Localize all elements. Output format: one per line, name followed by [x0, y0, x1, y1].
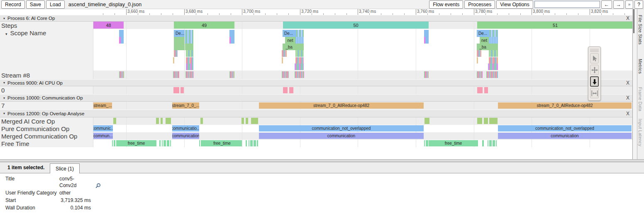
- timeline-block[interactable]: communication: [172, 133, 199, 139]
- timeline-block[interactable]: [486, 71, 498, 78]
- timeline-block[interactable]: [282, 57, 283, 63]
- timeline-block[interactable]: [424, 30, 429, 37]
- pan-tool-button[interactable]: [590, 65, 599, 75]
- timing-tool-button[interactable]: [590, 88, 599, 98]
- timeline-block[interactable]: [186, 57, 193, 63]
- timeline-block[interactable]: [246, 140, 247, 146]
- timeline-block[interactable]: [113, 118, 116, 124]
- timeline-block[interactable]: [489, 118, 498, 124]
- tab-slice[interactable]: Slice (1): [50, 163, 80, 173]
- timeline-block[interactable]: [200, 118, 203, 124]
- find-previous-button[interactable]: ←: [601, 0, 612, 9]
- track-content-pure-communication[interactable]: communic...communicatio...communication_…: [93, 125, 632, 132]
- collapse-arrow-icon[interactable]: ▾: [3, 81, 5, 85]
- timeline-block[interactable]: free_time: [202, 140, 242, 146]
- timeline-block[interactable]: [295, 57, 304, 63]
- timeline-block[interactable]: [173, 57, 174, 63]
- view-options-button[interactable]: View Options: [496, 0, 533, 9]
- timeline-block[interactable]: [488, 140, 497, 146]
- collapse-arrow-icon[interactable]: ▾: [3, 17, 5, 20]
- tab-metrics[interactable]: Metrics: [638, 59, 643, 74]
- timeline-block[interactable]: [185, 71, 194, 78]
- timeline-block[interactable]: [199, 140, 202, 146]
- palette-grip-icon[interactable]: [590, 48, 599, 52]
- flow-events-button[interactable]: Flow events: [429, 0, 463, 9]
- track-content-steps[interactable]: 48495051: [93, 22, 632, 29]
- more-options-button[interactable]: »: [625, 0, 634, 9]
- vertical-scrollbar[interactable]: [632, 9, 637, 159]
- timeline-block[interactable]: [477, 118, 482, 124]
- collapse-arrow-icon[interactable]: ▾: [3, 96, 5, 100]
- timeline-block[interactable]: free_time: [116, 140, 156, 146]
- track-label-free-time[interactable]: Free Time: [0, 140, 93, 147]
- timeline-block[interactable]: [295, 50, 304, 57]
- timeline-block[interactable]: De...: [174, 30, 185, 37]
- track-content-free-time[interactable]: free_timefree_timefree_time: [93, 140, 632, 147]
- timeline-block[interactable]: [482, 140, 484, 146]
- timeline-block[interactable]: [119, 37, 121, 44]
- track-label-merged-communication[interactable]: Merged Communication Op: [0, 132, 93, 140]
- timeline-block[interactable]: [174, 37, 185, 44]
- timeline-block[interactable]: [112, 140, 115, 146]
- track-label-pure-communication[interactable]: Pure Communication Op: [0, 125, 93, 132]
- track-content-aicpu-0[interactable]: [93, 86, 632, 94]
- timeline-block[interactable]: stream_...: [93, 102, 112, 109]
- timeline-block[interactable]: [229, 71, 234, 78]
- timeline-block[interactable]: communication_not_overlapped: [259, 125, 424, 131]
- help-button[interactable]: ?: [634, 0, 643, 9]
- timeline-block[interactable]: [484, 118, 488, 124]
- timeline-block[interactable]: [488, 63, 498, 70]
- scrollbar-thumb[interactable]: [633, 9, 634, 33]
- tab-input-latency[interactable]: Input Latency: [638, 119, 643, 146]
- track-label-merged-ai-core[interactable]: Merged AI Core Op: [0, 117, 93, 125]
- track-content-scope-name[interactable]: De...De...net_baDe...net_ba: [93, 29, 632, 71]
- tab-frame-data[interactable]: Frame Data: [638, 87, 643, 111]
- timeline-block[interactable]: [489, 37, 498, 44]
- timeline-block[interactable]: [484, 87, 488, 93]
- timeline-block[interactable]: stream_7_0_AllReduce-op482: [259, 102, 424, 109]
- track-label-aicpu-0[interactable]: 0: [0, 86, 93, 94]
- close-icon[interactable]: X: [626, 111, 629, 117]
- timeline-block[interactable]: 49: [174, 22, 234, 29]
- timeline-block[interactable]: [283, 87, 288, 93]
- track-label-scope-name[interactable]: ▾Scope Name: [0, 29, 93, 71]
- timeline-block[interactable]: _ba: [283, 44, 295, 50]
- find-next-button[interactable]: →: [613, 0, 624, 9]
- close-icon[interactable]: X: [626, 15, 629, 21]
- process-6-header[interactable]: ▾ Process 6: AI Core Op X: [0, 15, 632, 22]
- timeline-block[interactable]: 48: [93, 22, 124, 29]
- timeline-block[interactable]: free_time: [429, 140, 478, 146]
- timeline-block[interactable]: [282, 71, 289, 78]
- timeline-block[interactable]: [425, 37, 429, 44]
- timeline-block[interactable]: [119, 71, 124, 78]
- timeline-block[interactable]: [295, 37, 304, 44]
- search-input[interactable]: [534, 1, 600, 8]
- timeline-block[interactable]: De...: [283, 30, 295, 37]
- timeline-block[interactable]: [121, 37, 124, 44]
- track-content-comm-7[interactable]: stream_...stream_7_0_...stream_7_0_AllRe…: [93, 102, 632, 109]
- timeline-block[interactable]: [159, 140, 161, 146]
- select-tool-button[interactable]: [590, 53, 599, 63]
- timeline-block[interactable]: commun...: [93, 133, 113, 139]
- timeline-block[interactable]: [161, 118, 163, 124]
- timeline-block[interactable]: [282, 50, 287, 57]
- timeline-block[interactable]: communication_not_overlapped: [498, 125, 632, 131]
- timeline-block[interactable]: [477, 71, 483, 78]
- timeline-block[interactable]: [489, 44, 498, 50]
- close-icon[interactable]: X: [626, 80, 629, 86]
- timeline-block[interactable]: net: [480, 37, 489, 44]
- timeline-block[interactable]: [186, 50, 193, 57]
- timeline-block[interactable]: [477, 50, 481, 57]
- search-icon[interactable]: [95, 183, 101, 189]
- timeline-block[interactable]: [251, 118, 258, 124]
- timeline-block[interactable]: [424, 140, 428, 146]
- timeline-block[interactable]: [166, 118, 171, 124]
- zoom-tool-button[interactable]: [590, 76, 599, 87]
- tab-file-size-stats[interactable]: File Size Stats: [638, 15, 643, 45]
- track-label-comm-7[interactable]: 7: [0, 102, 93, 109]
- timeline-block[interactable]: [173, 71, 179, 78]
- timeline-block[interactable]: stream_7_0_AllReduce-op482: [498, 102, 632, 109]
- track-content-stream-8[interactable]: [93, 71, 632, 79]
- timeline-block[interactable]: [162, 140, 171, 146]
- timeline-block[interactable]: [185, 37, 193, 44]
